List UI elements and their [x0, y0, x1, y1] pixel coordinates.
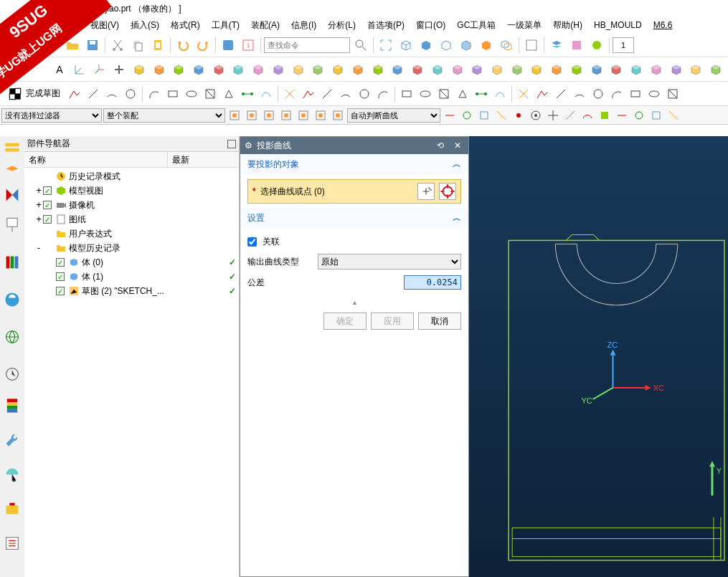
tree-row-3[interactable]: +✓图纸 — [26, 212, 237, 226]
sketch-tool-26-icon[interactable] — [571, 85, 588, 102]
model-tool-17-icon[interactable] — [468, 60, 486, 79]
model-tool-13-icon[interactable] — [388, 60, 407, 79]
menu-gc[interactable]: GC工具箱 — [453, 18, 500, 33]
layer-icon[interactable] — [547, 36, 566, 54]
misc1-icon[interactable] — [567, 36, 586, 54]
filter-tool-b6-icon[interactable] — [545, 108, 561, 123]
sketch-tool-4-icon[interactable] — [146, 85, 163, 102]
tree-row-5[interactable]: -模型历史记录 — [26, 241, 237, 255]
model-tool-0-icon[interactable] — [130, 60, 148, 79]
sketch-tool-5-icon[interactable] — [164, 85, 181, 102]
expand-icon[interactable] — [47, 286, 56, 296]
tree-checkbox[interactable]: ✓ — [56, 272, 65, 281]
sketch-tool-12-icon[interactable] — [300, 85, 317, 102]
cube3-icon[interactable] — [477, 36, 496, 54]
sketch-tool-25-icon[interactable] — [552, 85, 569, 102]
model-tool-16-icon[interactable] — [448, 60, 467, 79]
model-tool-29-icon[interactable] — [706, 60, 725, 79]
sketch-tool-20-icon[interactable] — [454, 85, 471, 102]
strip-wrench-icon[interactable] — [4, 431, 21, 449]
spin-input[interactable] — [613, 37, 634, 53]
cube4-icon[interactable] — [497, 36, 516, 54]
sketch-tool-27-icon[interactable] — [590, 85, 607, 102]
expand-icon[interactable]: + — [34, 200, 43, 210]
strip-pin-icon[interactable] — [4, 216, 21, 234]
undo-icon[interactable] — [174, 36, 192, 54]
dialog-reset-icon[interactable]: ⟲ — [434, 139, 447, 152]
menu-tools[interactable]: 工具(T) — [207, 18, 244, 33]
model-tool-1-icon[interactable] — [150, 60, 169, 79]
strip-mold-icon[interactable] — [4, 500, 21, 518]
model-tool-4-icon[interactable] — [209, 60, 228, 79]
misc2-icon[interactable] — [587, 36, 606, 54]
sketch-tool-11-icon[interactable] — [281, 85, 298, 102]
dialog-section-settings[interactable]: 设置 — [247, 212, 265, 224]
filter-tool-b10-icon[interactable] — [614, 108, 630, 123]
sketch-tool-16-icon[interactable] — [374, 85, 392, 102]
model-tool-11-icon[interactable] — [349, 60, 367, 79]
menu-view[interactable]: 视图(V) — [86, 18, 123, 33]
sketch-tool-30-icon[interactable] — [646, 85, 663, 102]
tree-row-8[interactable]: ✓草图 (2) "SKETCH_...✓ — [26, 284, 237, 298]
sketch-tool-15-icon[interactable] — [356, 85, 373, 102]
filter-tool-a4-icon[interactable] — [296, 108, 311, 123]
sketch-tool-2-icon[interactable] — [103, 85, 120, 102]
model-tool-8-icon[interactable] — [289, 60, 308, 79]
shaded-icon[interactable] — [417, 36, 435, 54]
model-tool-6-icon[interactable] — [249, 60, 268, 79]
filter-tool-b9-icon[interactable] — [597, 108, 613, 123]
select-target-icon[interactable] — [439, 183, 456, 200]
strip-books-icon[interactable] — [4, 254, 21, 271]
model-tool-25-icon[interactable] — [627, 60, 646, 79]
sketch-tool-10-icon[interactable] — [257, 85, 275, 102]
cut-icon[interactable] — [108, 36, 127, 54]
model-tool-12-icon[interactable] — [369, 60, 387, 79]
assoc-checkbox[interactable] — [247, 237, 257, 247]
text-a-icon[interactable]: A — [50, 60, 69, 79]
sketch-tool-28-icon[interactable] — [608, 85, 625, 102]
filter-tool-a0-icon[interactable] — [227, 108, 242, 123]
model-tool-7-icon[interactable] — [269, 60, 288, 79]
finish-sketch-button[interactable]: 完成草图 — [3, 85, 65, 103]
model-tool-21-icon[interactable] — [547, 60, 566, 79]
command-search[interactable] — [264, 37, 350, 53]
strip-constraint-icon[interactable] — [4, 186, 21, 204]
filter-tool-a5-icon[interactable] — [313, 108, 328, 123]
apply-button[interactable]: 应用 — [371, 313, 414, 330]
model-tool-23-icon[interactable] — [587, 60, 606, 79]
chevron-up-icon[interactable]: ︿ — [453, 158, 461, 171]
sketch-tool-19-icon[interactable] — [435, 85, 453, 102]
sketch-tool-29-icon[interactable] — [627, 85, 644, 102]
3d-viewport[interactable]: XC ZC YC Y — [469, 136, 728, 577]
tree-row-0[interactable]: 历史记录模式 — [26, 169, 237, 183]
sketch-tool-7-icon[interactable] — [202, 85, 219, 102]
model-tool-27-icon[interactable] — [667, 60, 686, 79]
csys-icon[interactable] — [70, 60, 89, 79]
filter-select-1[interactable]: 没有选择过滤器 — [1, 108, 102, 123]
strip-spectrum-icon[interactable] — [4, 397, 21, 414]
sketch-tool-13-icon[interactable] — [318, 85, 336, 102]
model-tool-18-icon[interactable] — [488, 60, 506, 79]
menu-help[interactable]: 帮助(H) — [549, 18, 587, 33]
tree-checkbox[interactable]: ✓ — [43, 201, 52, 209]
filter-tool-b8-icon[interactable] — [580, 108, 595, 123]
filter-tool-b4-icon[interactable] — [511, 108, 526, 123]
model-tool-28-icon[interactable] — [687, 60, 706, 79]
filter-tool-a2-icon[interactable] — [261, 108, 277, 123]
menu-prefs[interactable]: 首选项(P) — [363, 18, 409, 33]
tree-checkbox[interactable]: ✓ — [56, 287, 65, 295]
sketch-tool-14-icon[interactable] — [337, 85, 354, 102]
wireframe-icon[interactable] — [397, 36, 415, 54]
filter-select-3[interactable]: 自动判断曲线 — [347, 108, 440, 123]
navigator-undock-icon[interactable] — [227, 140, 236, 148]
nav-col-name[interactable]: 名称 — [24, 152, 168, 167]
paste-icon[interactable] — [148, 36, 167, 54]
select-add-icon[interactable] — [417, 183, 435, 200]
filter-tool-b0-icon[interactable] — [442, 108, 458, 123]
select-curve-row[interactable]: * 选择曲线或点 (0) — [247, 179, 461, 204]
menu-format[interactable]: 格式(R) — [166, 18, 204, 33]
tree-row-6[interactable]: ✓体 (0)✓ — [26, 255, 237, 270]
menu-assembly[interactable]: 装配(A) — [247, 18, 284, 33]
menu-m66[interactable]: M6.6 — [649, 19, 677, 32]
menu-hbmould[interactable]: HB_MOULD — [590, 19, 646, 32]
